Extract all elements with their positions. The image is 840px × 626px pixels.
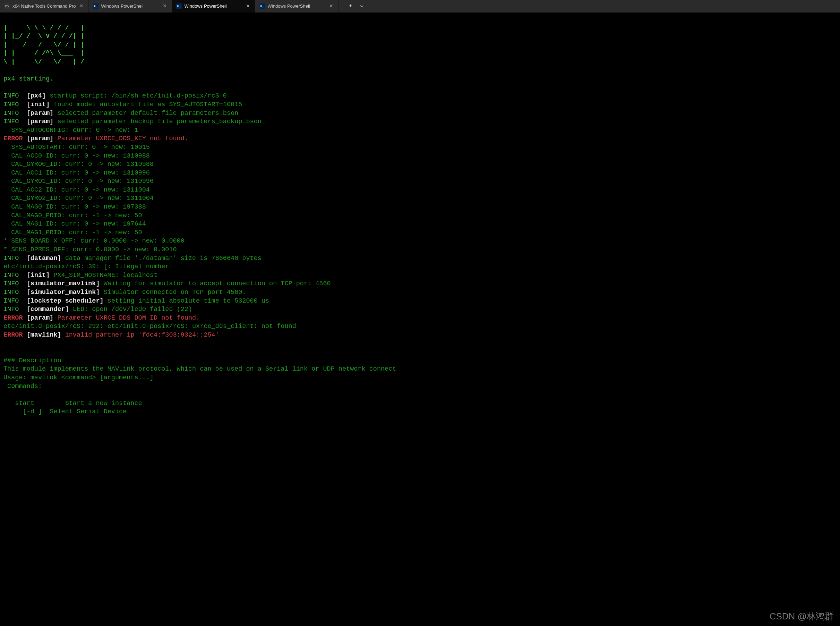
watermark: CSDN @林鸿群 (770, 610, 834, 623)
new-tab-button[interactable]: + (346, 2, 356, 11)
tab-0[interactable]: c:\x64 Native Tools Command Pro✕ (0, 0, 89, 13)
tab-3[interactable]: >_Windows PowerShell✕ (255, 0, 339, 13)
desc-title: ### Description (3, 357, 61, 365)
close-icon[interactable]: ✕ (79, 3, 84, 9)
close-icon[interactable]: ✕ (245, 3, 251, 9)
tab-title: Windows PowerShell (268, 3, 326, 9)
tab-bar: c:\x64 Native Tools Command Pro✕>_Window… (0, 0, 840, 13)
commands-label: Commands: (3, 383, 42, 390)
starting-line: px4 starting. (3, 75, 53, 83)
powershell-icon: >_ (176, 3, 182, 9)
powershell-icon: >_ (93, 3, 98, 9)
powershell-icon: >_ (259, 3, 265, 9)
close-icon[interactable]: ✕ (328, 3, 334, 9)
tab-controls: + (339, 0, 369, 13)
ascii-logo: | ___ \ \ \ / / / | | |_/ / \ V / / /| |… (3, 24, 84, 66)
tab-title: Windows PowerShell (184, 3, 242, 9)
tab-divider (343, 3, 343, 9)
desc-body: This module implements the MAVLink proto… (3, 365, 396, 373)
terminal-output[interactable]: | ___ \ \ \ / / / | | |_/ / \ V / / /| |… (0, 13, 840, 419)
tab-title: Windows PowerShell (101, 3, 159, 9)
tab-2[interactable]: >_Windows PowerShell✕ (172, 0, 255, 13)
usage-line: Usage: mavlink <command> [arguments...] (3, 374, 154, 381)
tab-dropdown-button[interactable] (357, 2, 367, 11)
close-icon[interactable]: ✕ (162, 3, 167, 9)
tab-title: x64 Native Tools Command Pro (12, 3, 76, 9)
tab-1[interactable]: >_Windows PowerShell✕ (89, 0, 172, 13)
cmd-icon: c:\ (4, 3, 10, 9)
